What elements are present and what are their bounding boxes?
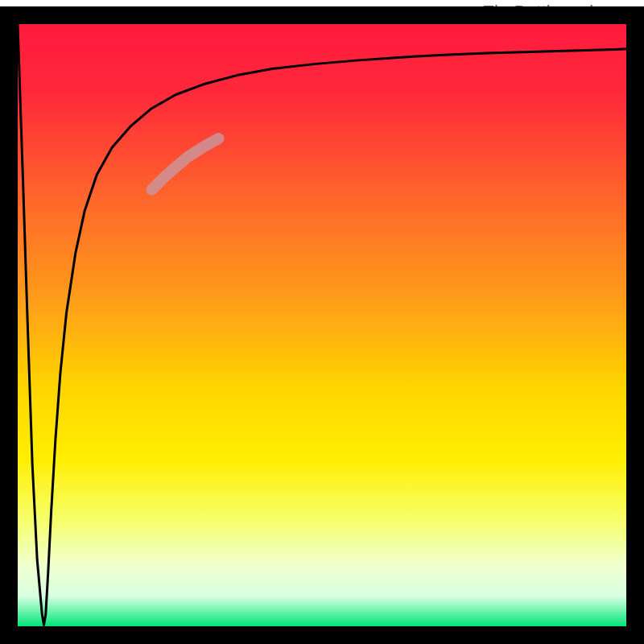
chart-background [18, 24, 626, 626]
chart-svg [0, 0, 644, 644]
chart-container: TheBottleneck.com [0, 0, 644, 644]
